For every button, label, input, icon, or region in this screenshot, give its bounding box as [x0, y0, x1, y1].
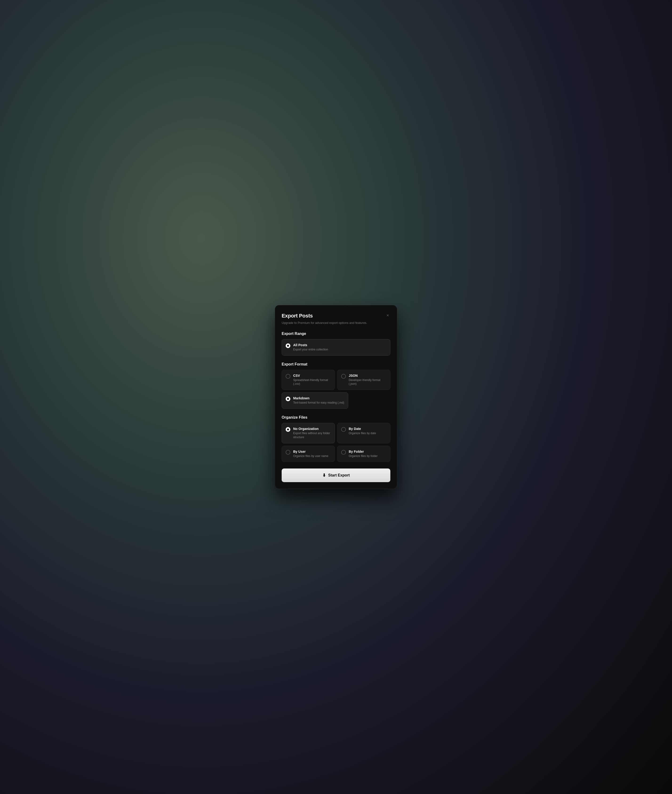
export-range-section: Export Range All Posts Export your entir… [282, 332, 390, 356]
option-all-posts-desc: Export your entire collection [293, 348, 328, 351]
markdown-row: Markdown Text-based format for easy read… [282, 392, 390, 409]
option-by-date[interactable]: By Date Organize files by date [337, 423, 390, 443]
option-csv-text: CSV Spreadsheet-friendly format (.csv) [293, 374, 331, 386]
option-json-text: JSON Developer-friendly format (.json) [349, 374, 386, 386]
radio-by-user [286, 450, 290, 455]
option-no-organization-desc: Export files without any folder structur… [293, 431, 331, 439]
radio-by-date [341, 427, 346, 432]
export-modal: Export Posts × Upgrade to Premium for ad… [275, 305, 397, 489]
option-by-user[interactable]: By User Organize files by user name [282, 446, 335, 462]
option-all-posts-label: All Posts [293, 343, 328, 347]
export-range-title: Export Range [282, 332, 390, 336]
organize-files-options-top: No Organization Export files without any… [282, 423, 390, 443]
organize-files-options-bottom: By User Organize files by user name By F… [282, 446, 390, 462]
option-by-date-desc: Organize files by date [349, 431, 376, 435]
option-markdown[interactable]: Markdown Text-based format for easy read… [282, 392, 348, 409]
radio-inner-no-organization [287, 428, 289, 430]
option-no-organization-label: No Organization [293, 427, 331, 431]
radio-all-posts [286, 343, 290, 348]
modal-header: Export Posts × [282, 313, 390, 319]
modal-title: Export Posts [282, 313, 313, 319]
export-format-section: Export Format CSV Spreadsheet-friendly f… [282, 362, 390, 409]
radio-markdown [286, 396, 290, 401]
option-by-folder-label: By Folder [349, 450, 378, 454]
option-no-organization[interactable]: No Organization Export files without any… [282, 423, 335, 443]
option-all-posts[interactable]: All Posts Export your entire collection [282, 339, 390, 356]
export-format-options: CSV Spreadsheet-friendly format (.csv) J… [282, 370, 390, 390]
option-markdown-text: Markdown Text-based format for easy read… [293, 396, 344, 405]
export-format-title: Export Format [282, 362, 390, 366]
option-all-posts-text: All Posts Export your entire collection [293, 343, 328, 351]
option-by-folder-text: By Folder Organize files by folder [349, 450, 378, 458]
option-by-date-label: By Date [349, 427, 376, 431]
start-export-label: Start Export [328, 473, 350, 478]
radio-no-organization [286, 427, 290, 432]
option-by-date-text: By Date Organize files by date [349, 427, 376, 435]
option-json-desc: Developer-friendly format (.json) [349, 378, 386, 386]
organize-files-title: Organize Files [282, 415, 390, 420]
option-csv-label: CSV [293, 374, 331, 377]
option-by-user-label: By User [293, 450, 328, 454]
option-by-user-desc: Organize files by user name [293, 454, 328, 458]
export-range-options: All Posts Export your entire collection [282, 339, 390, 356]
option-markdown-label: Markdown [293, 396, 344, 400]
option-no-organization-text: No Organization Export files without any… [293, 427, 331, 439]
option-by-folder[interactable]: By Folder Organize files by folder [337, 446, 390, 462]
radio-json [341, 374, 346, 379]
option-csv[interactable]: CSV Spreadsheet-friendly format (.csv) [282, 370, 335, 390]
start-export-button[interactable]: ⬇ Start Export [282, 468, 390, 482]
option-by-user-text: By User Organize files by user name [293, 450, 328, 458]
option-csv-desc: Spreadsheet-friendly format (.csv) [293, 378, 331, 386]
option-json[interactable]: JSON Developer-friendly format (.json) [337, 370, 390, 390]
modal-subtitle: Upgrade to Premium for advanced export o… [282, 321, 390, 325]
radio-inner-markdown [287, 398, 289, 400]
option-markdown-desc: Text-based format for easy reading (.md) [293, 401, 344, 405]
option-by-folder-desc: Organize files by folder [349, 454, 378, 458]
radio-csv [286, 374, 290, 379]
option-json-label: JSON [349, 374, 386, 377]
download-icon: ⬇ [322, 473, 326, 478]
close-button[interactable]: × [385, 313, 390, 318]
radio-inner-all-posts [287, 345, 289, 347]
organize-files-section: Organize Files No Organization Export fi… [282, 415, 390, 462]
radio-by-folder [341, 450, 346, 455]
